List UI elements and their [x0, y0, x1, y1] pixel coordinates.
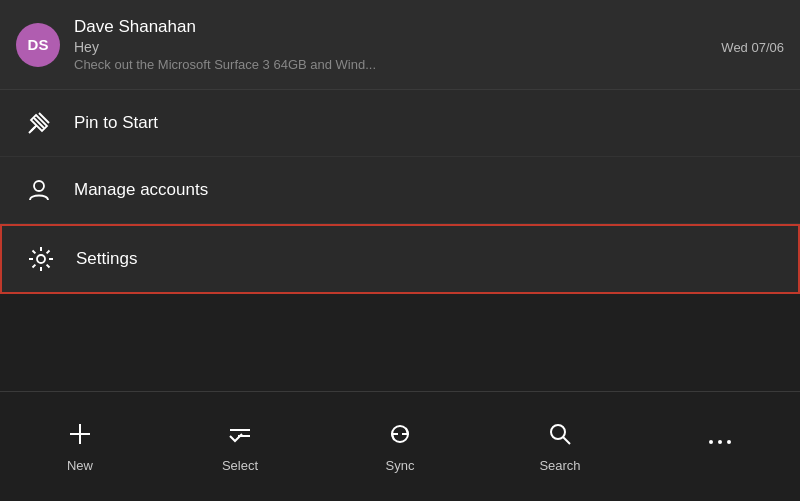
toolbar-item-new[interactable]: New — [0, 410, 160, 483]
avatar: DS — [16, 23, 60, 67]
toolbar-label-select: Select — [222, 458, 258, 473]
bottom-toolbar: New Select Sync — [0, 391, 800, 501]
menu-label-pin: Pin to Start — [74, 113, 158, 133]
email-preview-short: Hey — [74, 39, 99, 55]
person-icon — [24, 175, 54, 205]
toolbar-item-more[interactable] — [640, 418, 800, 476]
menu-item-manage[interactable]: Manage accounts — [0, 157, 800, 224]
more-icon — [706, 428, 734, 460]
svg-point-11 — [709, 440, 713, 444]
search-icon — [546, 420, 574, 452]
toolbar-label-new: New — [67, 458, 93, 473]
email-content: Dave Shanahan Hey Wed 07/06 Check out th… — [74, 17, 784, 72]
svg-line-2 — [29, 127, 35, 133]
pin-icon — [24, 108, 54, 138]
svg-point-9 — [551, 425, 565, 439]
menu-item-pin[interactable]: Pin to Start — [0, 90, 800, 157]
toolbar-label-search: Search — [539, 458, 580, 473]
settings-icon — [26, 244, 56, 274]
svg-point-3 — [34, 181, 44, 191]
toolbar-item-sync[interactable]: Sync — [320, 410, 480, 483]
svg-point-12 — [718, 440, 722, 444]
toolbar-item-select[interactable]: Select — [160, 410, 320, 483]
email-date: Wed 07/06 — [721, 40, 784, 55]
toolbar-item-search[interactable]: Search — [480, 410, 640, 483]
menu-item-settings[interactable]: Settings — [0, 224, 800, 294]
email-list-item[interactable]: DS Dave Shanahan Hey Wed 07/06 Check out… — [0, 0, 800, 90]
context-menu: Pin to Start Manage accounts Settings — [0, 90, 800, 294]
toolbar-label-sync: Sync — [386, 458, 415, 473]
menu-label-manage: Manage accounts — [74, 180, 208, 200]
email-body-preview: Check out the Microsoft Surface 3 64GB a… — [74, 57, 784, 72]
select-icon — [226, 420, 254, 452]
sync-icon — [386, 420, 414, 452]
svg-line-10 — [563, 437, 570, 444]
svg-line-1 — [39, 113, 49, 123]
plus-icon — [66, 420, 94, 452]
svg-point-4 — [37, 255, 45, 263]
menu-label-settings: Settings — [76, 249, 137, 269]
email-sender: Dave Shanahan — [74, 17, 784, 37]
svg-point-13 — [727, 440, 731, 444]
